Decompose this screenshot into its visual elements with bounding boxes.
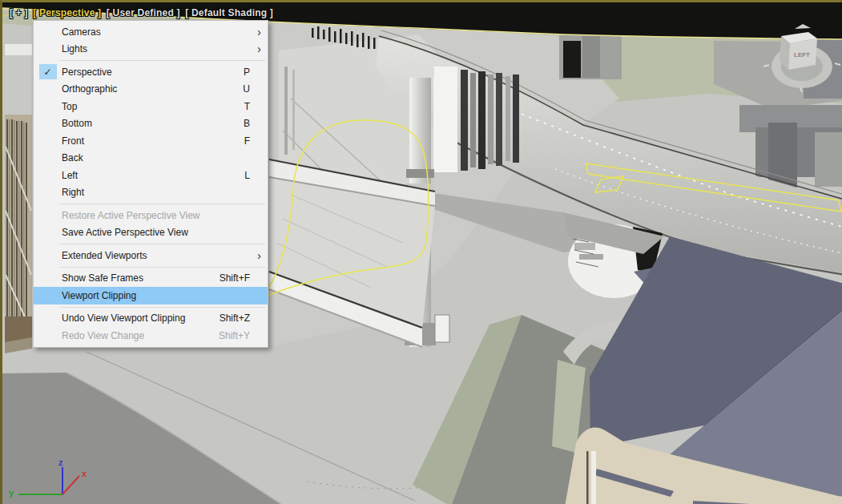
viewport-menu-shading[interactable]: [ Default Shading ]	[185, 7, 273, 18]
menu-separator	[59, 60, 265, 61]
menu-item-lights[interactable]: Lights ›	[34, 41, 268, 58]
menu-separator	[59, 244, 265, 244]
menu-item-perspective[interactable]: ✓ Perspective P	[34, 63, 268, 81]
axis-y-label: y	[9, 488, 14, 498]
menu-item-right[interactable]: Right	[34, 184, 268, 202]
viewport-menu-user-defined[interactable]: [ User Defined ]	[107, 7, 180, 18]
menu-item-viewport-clipping[interactable]: Viewport Clipping	[34, 287, 268, 304]
viewport-label: [ + ] [ Perspective ] [ User Defined ] […	[10, 7, 276, 18]
menu-separator	[59, 307, 265, 308]
menu-item-left[interactable]: Left L	[34, 167, 268, 184]
submenu-arrow-icon: ›	[252, 27, 261, 37]
menu-separator	[59, 204, 265, 204]
3d-viewport[interactable]: y z x LEFT [ + ] [ Perspective ] [ User …	[0, 0, 842, 504]
axis-z-label: z	[58, 458, 63, 467]
viewcube-face-label: LEFT	[794, 51, 810, 58]
menu-item-back[interactable]: Back	[34, 150, 268, 167]
menu-item-redo-view-change: Redo View Change Shift+Y	[34, 327, 268, 345]
menu-item-bottom[interactable]: Bottom B	[34, 115, 268, 133]
submenu-arrow-icon: ›	[252, 44, 261, 54]
menu-item-orthographic[interactable]: Orthographic U	[34, 81, 268, 99]
menu-item-cameras[interactable]: Cameras ›	[34, 23, 268, 41]
menu-item-top[interactable]: Top T	[34, 98, 268, 115]
menu-item-restore-view: Restore Active Perspective View	[34, 207, 268, 224]
menu-item-undo-view-clipping[interactable]: Undo View Viewport Clipping Shift+Z	[34, 310, 268, 328]
submenu-arrow-icon: ›	[252, 251, 261, 260]
axis-x-label: x	[82, 469, 87, 478]
menu-separator	[59, 267, 265, 268]
menu-item-save-view[interactable]: Save Active Perspective View	[34, 224, 268, 242]
menu-item-extended-viewports[interactable]: Extended Viewports ›	[34, 247, 268, 264]
viewport-menu-pov[interactable]: [ Perspective ]	[33, 7, 101, 18]
viewport-context-menu: Cameras › Lights › ✓ Perspective P Ortho…	[33, 20, 268, 348]
left-building	[5, 44, 32, 353]
check-icon: ✓	[39, 64, 57, 79]
menu-item-front[interactable]: Front F	[34, 132, 268, 150]
menu-item-show-safe-frames[interactable]: Show Safe Frames Shift+F	[34, 270, 268, 288]
viewport-menu-general[interactable]: [ + ]	[10, 7, 28, 18]
